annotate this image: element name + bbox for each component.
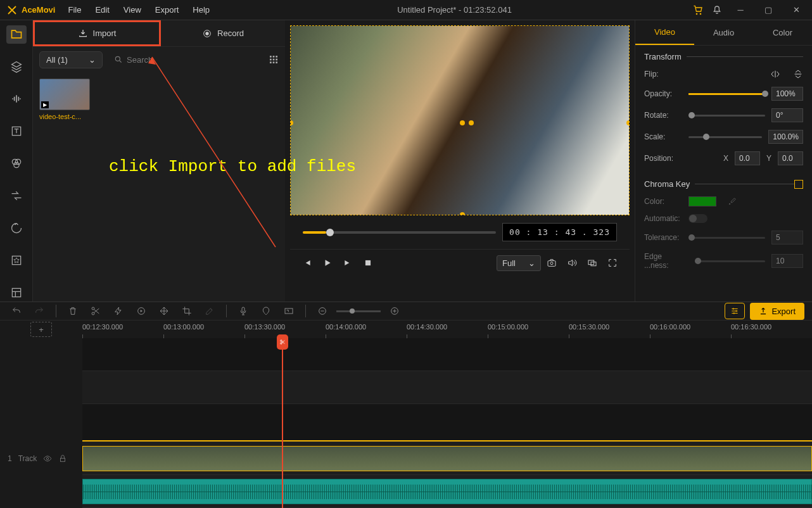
resize-handle[interactable] [460,212,465,215]
add-track-button[interactable]: + [30,322,52,337]
prev-frame-button[interactable] [298,253,317,272]
undo-button[interactable] [8,302,25,320]
scale-slider[interactable] [688,136,762,138]
detach-button[interactable] [583,253,602,272]
marker-button[interactable] [257,302,275,320]
scale-value[interactable]: 100.0% [768,130,803,144]
sidebar-transitions[interactable] [6,186,27,205]
track-lane[interactable] [82,338,812,371]
chroma-color-swatch[interactable] [688,196,716,206]
sidebar-templates[interactable] [6,283,27,302]
track-lane[interactable] [82,404,812,442]
tab-video[interactable]: Video [635,20,694,45]
sidebar-filters[interactable] [6,155,27,173]
resize-handle[interactable] [626,120,630,125]
sidebar-audio[interactable] [6,90,27,108]
timeline-settings-button[interactable] [725,303,745,319]
grid-view-icon[interactable] [269,54,279,65]
tolerance-slider[interactable] [688,237,765,239]
menu-export[interactable]: Export [149,1,186,18]
audio-clip[interactable] [82,479,812,504]
edge-slider[interactable] [695,260,765,262]
play-button[interactable] [318,253,337,272]
rotate-value[interactable]: 0° [771,108,803,122]
maximize-button[interactable]: ▢ [759,5,778,15]
crop-button[interactable] [178,302,196,320]
scrubber-thumb[interactable] [326,229,334,236]
preview-scrubber[interactable] [303,231,496,234]
preview-canvas[interactable] [290,25,630,215]
playhead-handle[interactable] [277,334,288,350]
snapshot-button[interactable] [542,253,561,272]
opacity-value[interactable]: 100% [771,87,803,101]
import-tab[interactable]: Import [33,20,161,46]
mosaic-button[interactable] [155,302,173,320]
minimize-button[interactable]: ─ [731,5,750,15]
fit-mode-select[interactable]: Full⌄ [497,255,541,271]
rotate-handle[interactable] [469,120,474,125]
speed-button[interactable] [110,302,127,320]
fullscreen-button[interactable] [603,253,622,272]
bell-icon[interactable] [712,5,722,15]
sidebar-media[interactable] [6,25,27,44]
menu-help[interactable]: Help [186,1,216,18]
voiceover-button[interactable] [234,302,252,320]
timecode-display: 00 : 13 : 43 . 323 [502,223,617,241]
record-tab[interactable]: Record [161,20,285,46]
position-y-value[interactable]: 0.0 [778,151,803,165]
tolerance-value[interactable]: 5 [771,231,803,244]
media-item[interactable]: video-test-c... [39,79,90,120]
timeline-ruler[interactable]: 00:12:30.00000:13:00.00000:13:30.00000:1… [82,321,812,338]
flip-horizontal-icon[interactable] [770,69,780,79]
zoom-in-button[interactable] [386,302,403,320]
split-button[interactable] [87,302,105,320]
sidebar-animations[interactable] [6,219,27,237]
menu-file[interactable]: File [61,1,87,18]
video-track-lane[interactable] [82,442,812,475]
tab-audio[interactable]: Audio [694,20,753,45]
tab-color[interactable]: Color [753,20,812,45]
sidebar-elements[interactable] [6,251,27,269]
aspect-button[interactable] [280,302,298,320]
svg-rect-27 [285,308,293,314]
next-frame-button[interactable] [338,253,357,272]
menu-view[interactable]: View [117,1,148,18]
menu-edit[interactable]: Edit [89,1,115,18]
track-lane[interactable] [82,371,812,404]
reverse-button[interactable] [132,302,150,320]
delete-button[interactable] [64,302,82,320]
svg-rect-16 [273,61,275,63]
eye-icon[interactable] [43,454,52,463]
video-clip[interactable] [82,446,812,471]
chromakey-checkbox[interactable] [794,180,803,189]
tracks-body[interactable] [82,338,812,508]
svg-rect-15 [270,61,272,63]
eyedropper-icon[interactable] [728,197,737,206]
filter-dropdown[interactable]: All (1) ⌄ [39,51,103,68]
flip-vertical-icon[interactable] [793,69,803,79]
cart-icon[interactable] [693,5,703,15]
lock-icon[interactable] [58,454,67,463]
search-input[interactable]: Search [109,52,262,68]
redo-button[interactable] [30,302,48,320]
edge-value[interactable]: 10 [771,254,803,268]
audio-track-lane[interactable] [82,475,812,508]
track-divider [82,440,812,441]
center-handle[interactable] [460,120,465,125]
position-x-value[interactable]: 0.0 [735,151,760,165]
export-button[interactable]: Export [750,303,804,320]
rotate-slider[interactable] [688,115,765,117]
sidebar-text[interactable] [6,122,27,141]
sidebar-layers[interactable] [6,58,27,76]
volume-button[interactable] [562,253,581,272]
media-panel: Import Record All (1) ⌄ Search video-tes… [33,20,285,302]
stop-button[interactable] [358,253,377,272]
automatic-toggle[interactable] [688,214,707,223]
zoom-slider[interactable] [336,310,381,312]
playhead[interactable] [282,338,283,508]
close-button[interactable]: ✕ [787,5,806,15]
opacity-slider[interactable] [688,93,765,95]
zoom-out-button[interactable] [314,302,331,320]
edit-button[interactable] [201,302,219,320]
ruler-tick: 00:16:30.000 [731,323,771,331]
